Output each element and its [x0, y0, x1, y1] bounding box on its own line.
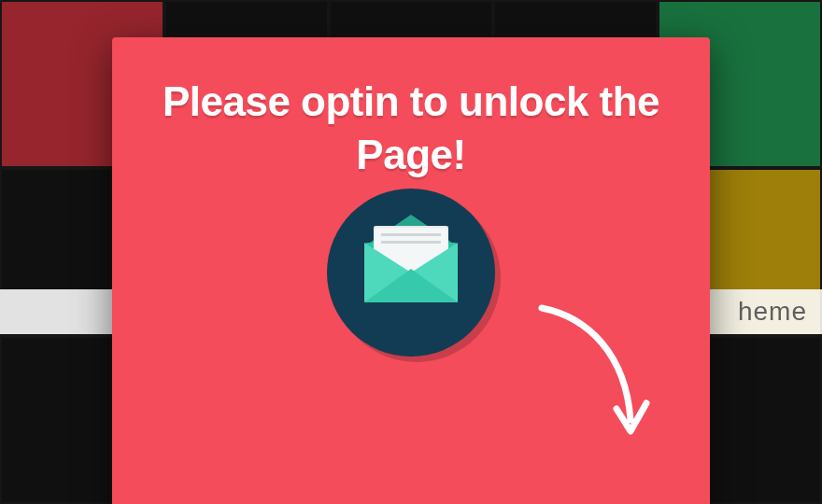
- background-strip-text: heme: [738, 297, 807, 327]
- envelope-icon: [364, 243, 458, 302]
- modal-headline: Please optin to unlock the Page!: [148, 75, 674, 181]
- envelope-graphic: [148, 189, 674, 357]
- envelope-circle: [327, 189, 495, 357]
- optin-modal: Please optin to unlock the Page! Subscri…: [112, 37, 710, 504]
